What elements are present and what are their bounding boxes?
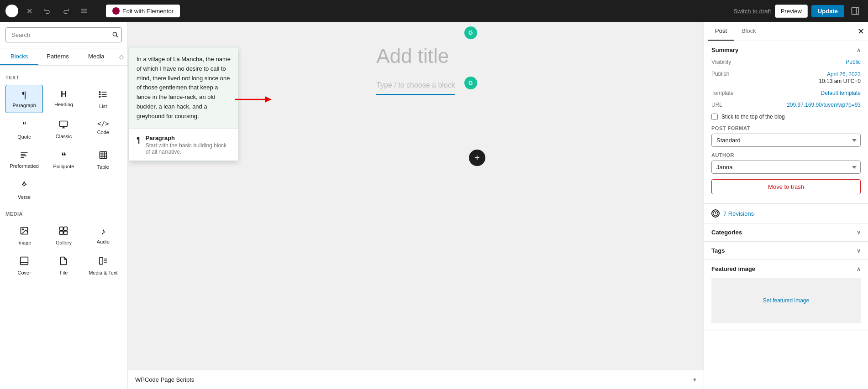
visibility-value[interactable]: Public xyxy=(846,59,861,65)
search-icon-button[interactable] xyxy=(112,31,118,39)
url-row: URL 209.97.169.90/tuyen/wp?p=93 xyxy=(711,102,861,108)
featured-image-title: Featured image xyxy=(711,265,755,272)
tools-button[interactable] xyxy=(77,4,91,18)
stick-top-checkbox[interactable] xyxy=(711,114,718,120)
summary-section: Summary ∧ Visibility Public Publish Apri… xyxy=(704,41,868,204)
block-code[interactable]: </> Code xyxy=(84,115,122,144)
revisions-count: 7 xyxy=(723,210,726,217)
popover-paragraph-icon: ¶ xyxy=(137,135,141,145)
tab-post[interactable]: Post xyxy=(708,22,734,41)
image-label: Image xyxy=(17,240,32,245)
table-icon xyxy=(99,150,108,162)
publish-row: Publish April 26, 2023 10:13 am UTC+0 xyxy=(711,71,861,84)
block-inserter-toggle[interactable]: ◇ xyxy=(116,48,127,65)
svg-point-11 xyxy=(99,92,100,93)
author-label: AUTHOR xyxy=(711,152,861,158)
visibility-label: Visibility xyxy=(711,59,731,65)
close-button[interactable]: ✕ xyxy=(22,4,37,18)
tab-blocks[interactable]: Blocks xyxy=(0,48,38,65)
svg-point-13 xyxy=(99,96,100,98)
post-format-select[interactable]: Standard Aside Chat Gallery Link Image Q… xyxy=(711,134,861,147)
tab-block[interactable]: Block xyxy=(734,22,763,41)
block-verse[interactable]: Verse xyxy=(5,176,43,204)
svg-rect-28 xyxy=(60,227,63,231)
pullquote-icon: ❝ xyxy=(61,150,66,161)
update-button[interactable]: Update xyxy=(811,5,844,17)
elementor-button[interactable]: Edit with Elementor xyxy=(106,5,180,17)
move-trash-button[interactable]: Move to trash xyxy=(711,179,861,194)
set-featured-image-label: Set featured image xyxy=(763,297,809,304)
categories-title: Categories xyxy=(711,229,742,236)
publish-date[interactable]: April 26, 2023 xyxy=(827,71,861,78)
search-input[interactable] xyxy=(5,27,122,42)
revisions-row[interactable]: 7 Revisions xyxy=(704,204,868,223)
block-audio[interactable]: ♪ Audio xyxy=(84,221,122,249)
heading-icon: H xyxy=(61,90,67,99)
audio-icon: ♪ xyxy=(101,226,105,237)
grammarly-bottom-badge[interactable]: G xyxy=(464,77,477,89)
media-text-label: Media & Text xyxy=(89,270,117,275)
summary-header[interactable]: Summary ∧ xyxy=(704,41,868,59)
editor-and-popover: In a village of La Mancha, the name of w… xyxy=(128,22,704,389)
sidebar-tabs: Blocks Patterns Media ◇ xyxy=(0,48,127,66)
top-bar: ✕ Edit with Elementor Switch to draft Pr… xyxy=(0,0,868,22)
featured-image-placeholder[interactable]: Set featured image xyxy=(711,278,861,323)
block-cover[interactable]: Cover xyxy=(5,251,43,280)
template-row: Template Default template xyxy=(711,90,861,96)
block-paragraph[interactable]: ¶ Paragraph xyxy=(5,85,43,113)
bottom-bar-chevron[interactable]: ▾ xyxy=(693,376,696,383)
template-label: Template xyxy=(711,90,734,96)
block-classic[interactable]: Classic xyxy=(45,115,82,144)
popover-paragraph-item[interactable]: ¶ Paragraph Start with the basic buildin… xyxy=(129,129,238,161)
tab-media[interactable]: Media xyxy=(77,48,116,65)
categories-section: Categories ∨ xyxy=(704,223,868,242)
author-select[interactable]: Janna xyxy=(711,161,861,174)
block-pullquote[interactable]: ❝ Pullquote xyxy=(45,145,82,174)
switch-draft-button[interactable]: Switch to draft xyxy=(733,8,771,15)
url-value[interactable]: 209.97.169.90/tuyen/wp?p=93 xyxy=(787,102,861,108)
svg-line-7 xyxy=(116,36,118,37)
revisions-icon xyxy=(711,209,720,218)
preview-button[interactable]: Preview xyxy=(775,5,808,18)
block-image[interactable]: Image xyxy=(5,221,43,249)
grammarly-icon[interactable]: G xyxy=(464,26,477,39)
block-preformatted[interactable]: Preformatted xyxy=(5,145,43,174)
block-file[interactable]: File xyxy=(45,251,82,280)
block-table[interactable]: Table xyxy=(84,145,122,174)
redo-button[interactable] xyxy=(58,4,73,18)
template-value[interactable]: Default template xyxy=(821,90,861,96)
gallery-label: Gallery xyxy=(56,240,72,245)
type-block-placeholder[interactable]: Type / to choose a block xyxy=(376,77,455,95)
tags-chevron: ∨ xyxy=(857,248,861,254)
featured-image-header[interactable]: Featured image ∧ xyxy=(704,260,868,278)
grammarly-bottom-icon[interactable]: G xyxy=(464,77,477,89)
close-sidebar-button[interactable]: ✕ xyxy=(857,26,864,36)
undo-button[interactable] xyxy=(40,4,55,18)
table-label: Table xyxy=(97,164,109,170)
featured-chevron: ∧ xyxy=(857,266,861,272)
quote-label: Quote xyxy=(17,134,31,140)
revisions-section: 7 Revisions xyxy=(704,204,868,223)
tags-header[interactable]: Tags ∨ xyxy=(704,242,868,259)
categories-header[interactable]: Categories ∨ xyxy=(704,223,868,241)
file-label: File xyxy=(60,270,68,275)
editor-title[interactable]: Add title xyxy=(354,31,477,72)
media-category-label: MEDIA xyxy=(5,211,122,217)
grammarly-badge[interactable]: G xyxy=(464,26,477,39)
sidebar-toggle-button[interactable] xyxy=(848,4,863,18)
block-heading[interactable]: H Heading xyxy=(45,85,82,113)
text-category-label: TEXT xyxy=(5,75,122,80)
heading-label: Heading xyxy=(54,102,73,107)
block-quote[interactable]: " Quote xyxy=(5,115,43,144)
block-list[interactable]: List xyxy=(84,85,122,113)
editor-content-block[interactable]: Type / to choose a block xyxy=(354,72,477,99)
tab-patterns[interactable]: Patterns xyxy=(38,48,77,65)
code-icon: </> xyxy=(97,120,109,127)
list-icon xyxy=(99,90,108,101)
block-media-text[interactable]: Media & Text xyxy=(84,251,122,280)
gallery-icon xyxy=(59,226,68,238)
right-sidebar-tabs: Post Block ✕ xyxy=(704,22,868,41)
add-block-button[interactable]: + xyxy=(469,150,485,166)
paragraph-label: Paragraph xyxy=(12,103,36,108)
block-gallery[interactable]: Gallery xyxy=(45,221,82,249)
